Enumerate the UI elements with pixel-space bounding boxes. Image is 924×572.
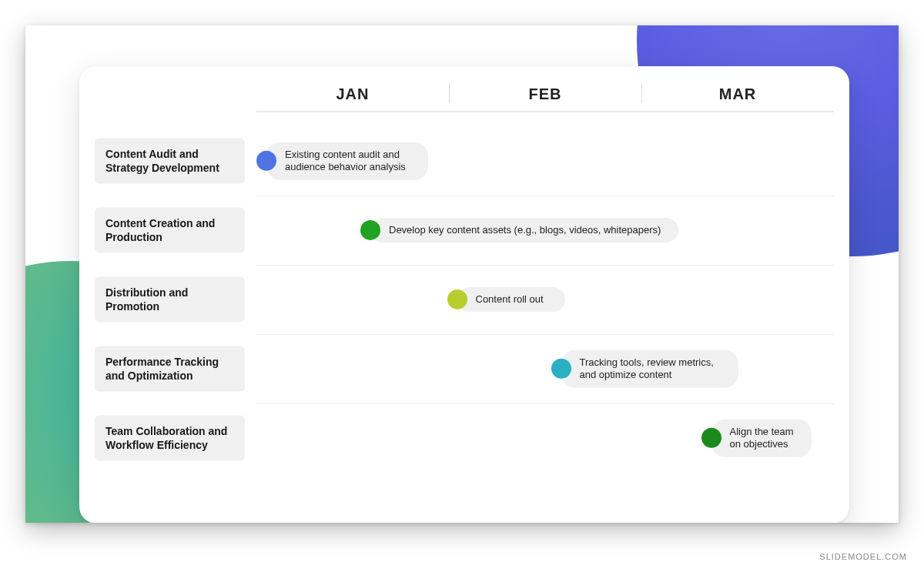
- row-label: Content Audit and Strategy Development: [95, 139, 245, 184]
- slide-canvas: JAN FEB MAR Content Audit and Strategy D…: [25, 25, 899, 523]
- month-header-jan: JAN: [256, 75, 449, 111]
- timeline-row: Performance Tracking and Optimization Tr…: [95, 334, 834, 403]
- timeline-rows: Content Audit and Strategy Development E…: [95, 126, 834, 508]
- task-item: Existing content audit and audience beha…: [256, 142, 428, 180]
- timeline-row: Content Creation and Production Develop …: [95, 196, 834, 265]
- watermark: SLIDEMODEL.COM: [819, 552, 907, 561]
- month-header-row: JAN FEB MAR: [256, 75, 834, 112]
- row-track: Align the team on objectives: [256, 403, 834, 473]
- timeline-card: JAN FEB MAR Content Audit and Strategy D…: [79, 66, 849, 523]
- task-label: Content roll out: [457, 287, 565, 312]
- row-track: Existing content audit and audience beha…: [256, 126, 834, 196]
- task-item: Develop key content assets (e.g., blogs,…: [360, 218, 678, 243]
- milestone-dot-icon: [360, 220, 380, 240]
- timeline-row: Content Audit and Strategy Development E…: [95, 126, 834, 196]
- task-label: Existing content audit and audience beha…: [266, 142, 428, 180]
- month-header-feb: FEB: [449, 75, 641, 111]
- task-item: Content roll out: [447, 287, 565, 312]
- row-label: Distribution and Promotion: [95, 277, 245, 323]
- row-track: Tracking tools, review metrics, and opti…: [256, 334, 834, 403]
- row-track: Develop key content assets (e.g., blogs,…: [256, 196, 834, 265]
- row-label: Performance Tracking and Optimization: [95, 346, 245, 392]
- timeline-row: Team Collaboration and Workflow Efficien…: [95, 403, 834, 473]
- month-header-mar: MAR: [641, 75, 834, 111]
- task-label: Tracking tools, review metrics, and opti…: [561, 350, 738, 388]
- row-label: Team Collaboration and Workflow Efficien…: [95, 416, 245, 461]
- task-item: Tracking tools, review metrics, and opti…: [551, 350, 738, 388]
- row-track: Content roll out: [256, 265, 834, 334]
- timeline-row: Distribution and Promotion Content roll …: [95, 265, 834, 334]
- task-label: Align the team on objectives: [711, 420, 812, 457]
- task-label: Develop key content assets (e.g., blogs,…: [370, 218, 678, 243]
- milestone-dot-icon: [447, 289, 467, 309]
- row-label: Content Creation and Production: [95, 208, 245, 253]
- task-item: Align the team on objectives: [701, 420, 812, 457]
